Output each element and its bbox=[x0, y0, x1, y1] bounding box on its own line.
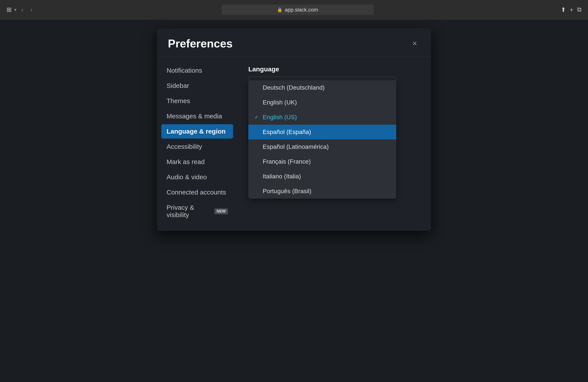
sidebar-item-label: Connected accounts bbox=[167, 189, 226, 196]
tab-dropdown-icon[interactable]: ▾ bbox=[14, 7, 17, 13]
modal-title: Preferences bbox=[168, 37, 233, 50]
language-section-label: Language bbox=[248, 65, 420, 73]
sidebar-item-label: Notifications bbox=[167, 67, 202, 74]
sidebar-item-label: Language & region bbox=[167, 128, 226, 135]
lock-icon: 🔒 bbox=[277, 7, 282, 12]
dropdown-item-label: Italiano (Italia) bbox=[263, 173, 301, 180]
modal-body: NotificationsSidebarThemesMessages & med… bbox=[157, 57, 431, 231]
sidebar-item-label: Sidebar bbox=[167, 82, 189, 89]
preferences-modal: Preferences × NotificationsSidebarThemes… bbox=[157, 28, 431, 231]
sidebar-item-privacy-visibility[interactable]: Privacy & visibilityNEW bbox=[161, 200, 233, 222]
browser-chrome: ⊞ ▾ ‹ › 🔒 app.slack.com ⬆ + ⧉ bbox=[0, 0, 588, 20]
sidebar-item-language-region[interactable]: Language & region bbox=[161, 124, 233, 139]
checkmark-icon: ✓ bbox=[254, 114, 260, 120]
sidebar-item-mark-as-read[interactable]: Mark as read bbox=[161, 155, 233, 169]
tab-icon: ⊞ bbox=[6, 6, 12, 13]
new-badge: NEW bbox=[214, 208, 228, 214]
dropdown-item-english-uk[interactable]: English (UK) bbox=[248, 95, 396, 110]
dropdown-item-label: English (US) bbox=[263, 114, 297, 121]
sidebar-item-label: Accessibility bbox=[167, 143, 202, 150]
close-button[interactable]: × bbox=[409, 38, 420, 49]
language-dropdown-menu: Deutsch (Deutschland)English (UK)✓Englis… bbox=[248, 80, 396, 199]
back-button[interactable]: ‹ bbox=[19, 5, 25, 15]
sidebar-item-label: Audio & video bbox=[167, 173, 207, 181]
dropdown-item-english-us[interactable]: ✓English (US) bbox=[248, 110, 396, 125]
new-tab-icon[interactable]: + bbox=[570, 6, 573, 13]
dropdown-item-label: Español (España) bbox=[263, 128, 311, 135]
sidebar-item-label: Mark as read bbox=[167, 158, 205, 166]
sidebar-item-themes[interactable]: Themes bbox=[161, 94, 233, 108]
sidebar-item-label: Messages & media bbox=[167, 112, 222, 120]
dropdown-item-portugues[interactable]: Português (Brasil) bbox=[248, 184, 396, 199]
dropdown-item-label: Deutsch (Deutschland) bbox=[263, 84, 325, 91]
dropdown-item-label: English (UK) bbox=[263, 99, 297, 106]
dropdown-item-label: Español (Latinoamérica) bbox=[263, 143, 329, 150]
dropdown-item-francais[interactable]: Français (France) bbox=[248, 154, 396, 169]
dropdown-item-italiano[interactable]: Italiano (Italia) bbox=[248, 169, 396, 184]
dropdown-item-label: Português (Brasil) bbox=[263, 188, 311, 195]
dropdown-item-label: Français (France) bbox=[263, 158, 311, 165]
sidebar-item-label: Privacy & visibility bbox=[167, 204, 210, 219]
url-text: app.slack.com bbox=[285, 7, 318, 13]
sidebar-item-label: Themes bbox=[167, 97, 190, 105]
sidebar-item-accessibility[interactable]: Accessibility bbox=[161, 139, 233, 154]
modal-header: Preferences × bbox=[157, 28, 431, 57]
main-content: Preferences × NotificationsSidebarThemes… bbox=[0, 20, 588, 382]
browser-controls: ⊞ ▾ ‹ › bbox=[6, 5, 35, 15]
sidebar-item-connected-accounts[interactable]: Connected accounts bbox=[161, 185, 233, 199]
dropdown-item-deutsch[interactable]: Deutsch (Deutschland) bbox=[248, 80, 396, 95]
dropdown-item-espanol-espana[interactable]: Español (España) bbox=[248, 125, 396, 139]
sidebar-item-sidebar[interactable]: Sidebar bbox=[161, 79, 233, 93]
browser-right-controls: ⬆ + ⧉ bbox=[561, 6, 582, 13]
forward-button[interactable]: › bbox=[28, 5, 34, 15]
address-bar[interactable]: 🔒 app.slack.com bbox=[222, 4, 374, 15]
sidebar-item-notifications[interactable]: Notifications bbox=[161, 63, 233, 78]
tabs-icon[interactable]: ⧉ bbox=[577, 6, 582, 13]
sidebar-item-audio-video[interactable]: Audio & video bbox=[161, 170, 233, 184]
sidebar-item-messages-media[interactable]: Messages & media bbox=[161, 109, 233, 123]
share-icon[interactable]: ⬆ bbox=[561, 6, 566, 13]
sidebar-nav: NotificationsSidebarThemesMessages & med… bbox=[157, 57, 237, 231]
dropdown-item-espanol-latam[interactable]: Español (Latinoamérica) bbox=[248, 139, 396, 154]
main-panel: Language English (US) ∨ Deutsch (Deutsch… bbox=[237, 57, 431, 231]
